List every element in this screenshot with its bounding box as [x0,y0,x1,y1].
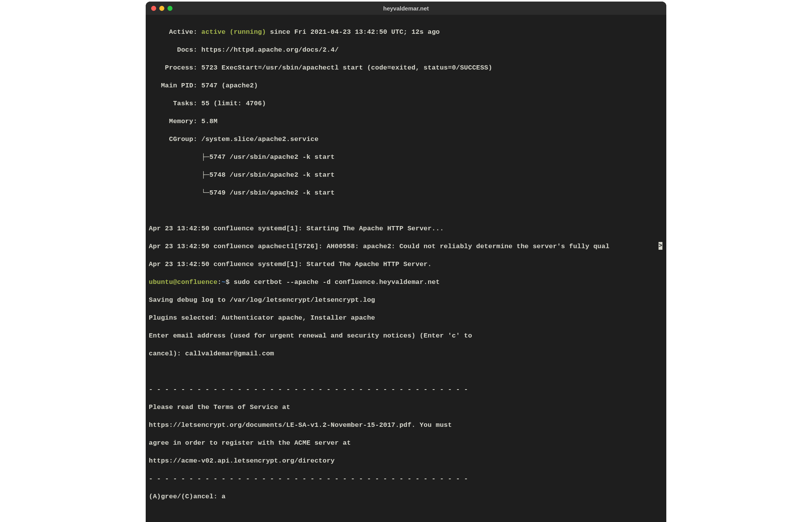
tasks-label: Tasks: [173,100,201,107]
cgroup-label: CGroup: [169,136,201,143]
titlebar: heyvaldemar.net [146,2,666,15]
certbot-line: Enter email address (used for urgent ren… [149,332,472,339]
certbot-line: Plugins selected: Authenticator apache, … [149,314,375,322]
cgroup-line-2: ├─5748 /usr/sbin/apache2 -k start [201,171,335,179]
cgroup-line-1: ├─5747 /usr/sbin/apache2 -k start [201,153,335,161]
tos-line: agree in order to register with the ACME… [149,439,351,447]
active-value: active (running) [201,28,266,36]
docs-label: Docs: [177,46,201,54]
certbot-line: Saving debug log to /var/log/letsencrypt… [149,296,375,304]
prompt-colon: : [218,278,221,286]
prompt-user: ubuntu [149,278,173,286]
command-text: sudo certbot --apache -d confluence.heyv… [233,278,440,286]
process-value: 5723 ExecStart=/usr/sbin/apachectl start… [201,64,492,71]
active-label: Active: [169,28,201,36]
prompt-at: @ [173,278,177,286]
cgroup-line-3: └─5749 /usr/sbin/apache2 -k start [201,189,335,197]
window-title: heyvaldemar.net [146,5,666,12]
terminal-body[interactable]: Active: active (running) since Fri 2021-… [146,15,666,522]
log-line-1: Apr 23 13:42:50 confluence systemd[1]: S… [149,225,444,232]
terminal-window: heyvaldemar.net Active: active (running)… [146,2,666,522]
log-line-2: Apr 23 13:42:50 confluence apachectl[572… [149,243,610,250]
tos-line: Please read the Terms of Service at [149,404,290,411]
tasks-value: 55 (limit: 4706) [201,100,266,107]
log-line-3: Apr 23 13:42:50 confluence systemd[1]: S… [149,261,432,268]
prompt-path: ~ [221,278,225,286]
active-since: since Fri 2021-04-23 13:42:50 UTC; 12s a… [266,28,440,36]
mainpid-value: 5747 (apache2) [201,82,258,89]
mainpid-label: Main PID: [161,82,201,89]
prompt-host: confluence [177,278,218,286]
cgroup-value: /system.slice/apache2.service [201,136,319,143]
dash-line: - - - - - - - - - - - - - - - - - - - - … [149,475,468,482]
certbot-line: cancel): callvaldemar@gmail.com [149,350,274,357]
process-label: Process: [165,64,202,71]
memory-label: Memory: [169,118,201,125]
tos-line: https://letsencrypt.org/documents/LE-SA-… [149,421,452,429]
prompt-symbol: $ [226,278,234,286]
memory-value: 5.8M [201,118,218,125]
tos-line: https://acme-v02.api.letsencrypt.org/dir… [149,457,335,465]
dash-line: - - - - - - - - - - - - - - - - - - - - … [149,386,468,393]
docs-value: https://httpd.apache.org/docs/2.4/ [201,46,339,54]
line-overflow-indicator: > [659,242,662,250]
agree-prompt: (A)gree/(C)ancel: a [149,493,226,500]
